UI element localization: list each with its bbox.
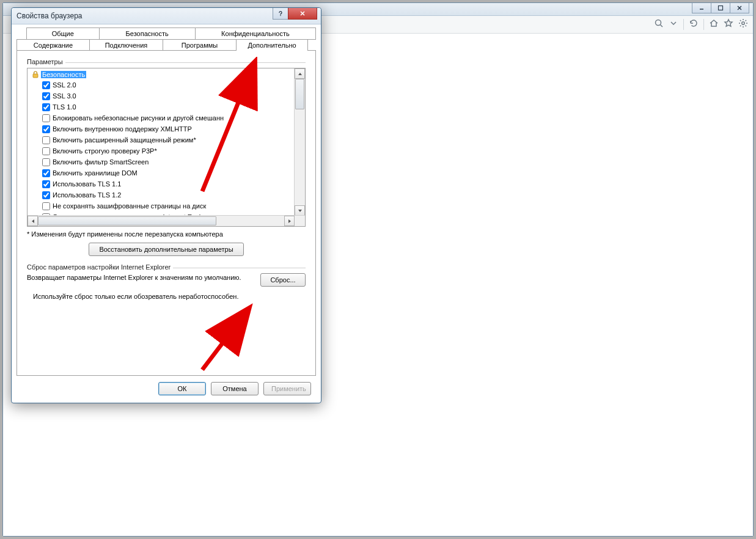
search-icon[interactable] [654, 18, 664, 30]
tab-programs[interactable]: Программы [163, 39, 237, 51]
tab-privacy[interactable]: Конфиденциальность [195, 28, 316, 40]
setting-item[interactable]: Включить хранилище DOM [28, 167, 295, 178]
lock-icon [31, 70, 40, 79]
setting-label: Включить хранилище DOM [53, 169, 138, 177]
home-icon[interactable] [709, 18, 719, 30]
restore-advanced-button[interactable]: Восстановить дополнительные параметры [89, 243, 244, 256]
reset-description: Возвращает параметры Internet Explorer к… [27, 273, 254, 282]
maximize-button[interactable] [711, 3, 730, 13]
category-label: Безопасность [41, 71, 86, 78]
tab-connections[interactable]: Подключения [89, 39, 163, 51]
favorites-icon[interactable] [724, 18, 733, 30]
scroll-up-button[interactable] [295, 68, 305, 79]
scroll-right-button[interactable] [284, 216, 295, 226]
setting-checkbox[interactable] [42, 169, 50, 177]
setting-checkbox[interactable] [42, 180, 50, 188]
reset-hint: Используйте сброс только если обозревате… [27, 293, 306, 300]
setting-label: SSL 2.0 [53, 81, 76, 89]
setting-item[interactable]: TLS 1.0 [28, 101, 295, 112]
setting-item[interactable]: Блокировать небезопасные рисунки и друго… [28, 112, 295, 123]
setting-label: TLS 1.0 [53, 103, 76, 111]
dialog-footer: ОК Отмена Применить [17, 380, 316, 398]
tab-general[interactable]: Общие [26, 28, 100, 40]
setting-checkbox[interactable] [42, 136, 50, 144]
setting-label: Включить внутреннюю поддержку XMLHTTP [53, 125, 192, 133]
setting-checkbox[interactable] [42, 191, 50, 199]
svg-point-6 [742, 22, 744, 24]
settings-list: Безопасность SSL 2.0SSL 3.0TLS 1.0Блокир… [28, 68, 295, 216]
setting-item[interactable]: Включить расширенный защищенный режим* [28, 134, 295, 145]
minimize-button[interactable] [692, 3, 711, 13]
cancel-button[interactable]: Отмена [211, 382, 259, 395]
setting-label: Включить расширенный защищенный режим* [53, 136, 196, 144]
setting-checkbox[interactable] [42, 147, 50, 155]
setting-item[interactable]: SSL 2.0 [28, 79, 295, 90]
internet-options-dialog: Свойства браузера Общие Безопасность Кон… [11, 7, 321, 403]
settings-group-label: Параметры [27, 58, 306, 65]
setting-checkbox[interactable] [42, 125, 50, 133]
setting-checkbox[interactable] [42, 81, 50, 89]
setting-item[interactable]: Включить внутреннюю поддержку XMLHTTP [28, 123, 295, 134]
tab-advanced[interactable]: Дополнительно [236, 39, 308, 51]
setting-checkbox[interactable] [42, 103, 50, 111]
scroll-thumb[interactable] [295, 79, 304, 109]
hscroll-thumb[interactable] [38, 216, 216, 226]
setting-checkbox[interactable] [42, 158, 50, 166]
setting-label: Включить фильтр SmartScreen [53, 158, 149, 166]
apply-button[interactable]: Применить [263, 382, 311, 395]
setting-label: Использовать TLS 1.2 [53, 191, 121, 199]
reset-group-label: Сброс параметров настройки Internet Expl… [27, 263, 306, 271]
dialog-close-button[interactable] [288, 8, 317, 20]
setting-label: Включить строгую проверку P3P* [53, 147, 157, 155]
scroll-down-button[interactable] [295, 205, 305, 216]
settings-tree[interactable]: Безопасность SSL 2.0SSL 3.0TLS 1.0Блокир… [27, 68, 306, 227]
close-button[interactable] [730, 3, 749, 13]
svg-marker-13 [288, 219, 291, 223]
svg-rect-1 [719, 6, 723, 10]
advanced-tab-panel: Параметры Безопасность SSL 2.0SSL 3.0TLS… [17, 50, 316, 376]
setting-label: SSL 3.0 [53, 92, 76, 100]
vertical-scrollbar[interactable] [294, 68, 305, 216]
setting-label: Использовать TLS 1.1 [53, 180, 121, 188]
setting-item[interactable]: Использовать TLS 1.1 [28, 178, 295, 189]
svg-marker-12 [32, 219, 34, 223]
svg-marker-10 [298, 73, 302, 75]
svg-marker-11 [298, 210, 302, 212]
scroll-left-button[interactable] [28, 216, 38, 226]
svg-rect-9 [33, 74, 38, 78]
dialog-titlebar[interactable]: Свойства браузера [12, 8, 321, 24]
tab-security[interactable]: Безопасность [99, 28, 196, 40]
setting-checkbox[interactable] [42, 92, 50, 100]
svg-point-4 [656, 20, 661, 26]
setting-item[interactable]: Включить фильтр SmartScreen [28, 156, 295, 167]
ok-button[interactable]: ОК [158, 382, 206, 395]
tab-content[interactable]: Содержание [17, 39, 90, 51]
setting-checkbox[interactable] [42, 202, 50, 210]
dropdown-icon[interactable] [669, 18, 678, 30]
category-security[interactable]: Безопасность [28, 70, 295, 79]
setting-label: Не сохранять зашифрованные страницы на д… [53, 202, 206, 210]
reset-button[interactable]: Сброс... [260, 273, 306, 287]
svg-line-5 [661, 25, 663, 28]
setting-item[interactable]: Включить строгую проверку P3P* [28, 145, 295, 156]
setting-item[interactable]: SSL 3.0 [28, 90, 295, 101]
refresh-icon[interactable] [689, 18, 699, 30]
setting-checkbox[interactable] [42, 114, 50, 122]
separator [683, 19, 684, 30]
help-button[interactable] [273, 8, 288, 20]
setting-label: Блокировать небезопасные рисунки и друго… [53, 114, 224, 122]
dialog-title: Свойства браузера [17, 12, 83, 20]
horizontal-scrollbar[interactable] [28, 215, 305, 226]
tools-icon[interactable] [738, 18, 748, 30]
separator [703, 19, 704, 30]
restart-note: * Изменения будут применены после переза… [27, 230, 306, 238]
setting-item[interactable]: Использовать TLS 1.2 [28, 189, 295, 200]
setting-item[interactable]: Не сохранять зашифрованные страницы на д… [28, 200, 295, 211]
